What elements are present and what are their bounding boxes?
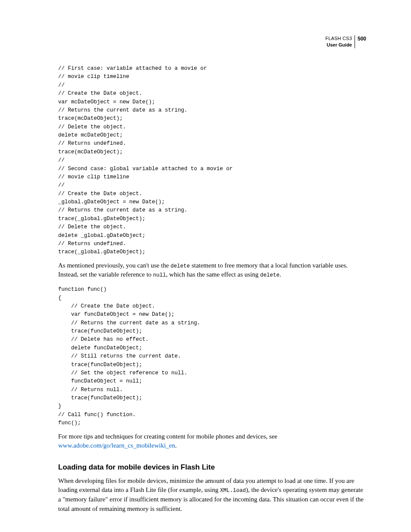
- code-block-1: // First case: variable attached to a mo…: [58, 65, 366, 257]
- code-block-2: function func() { // Create the Date obj…: [58, 286, 366, 427]
- product-name: FLASH CS3: [325, 35, 352, 42]
- header-left: FLASH CS3 User Guide: [325, 35, 355, 48]
- page-header: FLASH CS3 User Guide 500: [325, 35, 366, 48]
- inline-code-xmlload: XML.load: [220, 488, 246, 494]
- inline-code-delete: delete: [171, 263, 190, 269]
- inline-code-delete2: delete: [260, 272, 280, 278]
- text: .: [280, 271, 281, 278]
- text: As mentioned previously, you can't use t…: [58, 262, 171, 269]
- inline-code-null: null: [153, 272, 166, 278]
- paragraph-tips-link: For more tips and techniques for creatin…: [58, 432, 366, 451]
- paragraph-loading-data: When developing files for mobile devices…: [58, 476, 366, 514]
- mobilewiki-link[interactable]: www.adobe.com/go/learn_cs_mobilewiki_en: [58, 442, 175, 449]
- paragraph-delete-note: As mentioned previously, you can't use t…: [58, 261, 366, 280]
- page-content: // First case: variable attached to a mo…: [58, 36, 366, 514]
- text: For more tips and techniques for creatin…: [58, 433, 277, 440]
- text: .: [175, 442, 177, 449]
- text: , which has the same effect as using: [166, 271, 260, 278]
- page-number: 500: [355, 35, 366, 42]
- guide-name: User Guide: [325, 42, 352, 48]
- section-heading-loading-data: Loading data for mobile devices in Flash…: [58, 462, 366, 473]
